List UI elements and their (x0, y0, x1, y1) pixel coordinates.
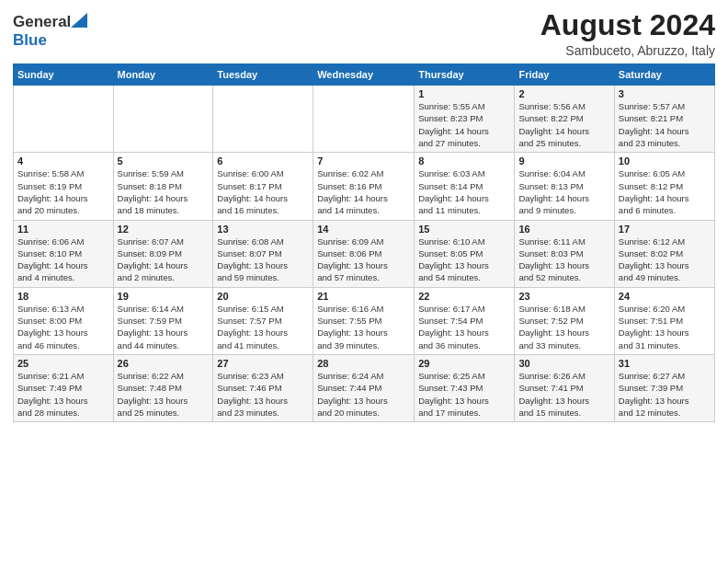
calendar-cell: 21Sunrise: 6:16 AM Sunset: 7:55 PM Dayli… (313, 287, 415, 354)
title-block: August 2024 Sambuceto, Abruzzo, Italy (540, 9, 715, 58)
day-info: Sunrise: 6:27 AM Sunset: 7:39 PM Dayligh… (619, 370, 711, 419)
days-of-week-row: SundayMondayTuesdayWednesdayThursdayFrid… (14, 64, 715, 86)
calendar-week-row: 1Sunrise: 5:55 AM Sunset: 8:23 PM Daylig… (14, 86, 715, 153)
day-info: Sunrise: 6:15 AM Sunset: 7:57 PM Dayligh… (217, 303, 309, 351)
logo-blue: Blue (13, 31, 87, 50)
day-number: 25 (17, 358, 109, 369)
day-number: 30 (518, 358, 609, 369)
calendar-cell: 7Sunrise: 6:02 AM Sunset: 8:16 PM Daylig… (313, 153, 415, 220)
calendar-cell: 31Sunrise: 6:27 AM Sunset: 7:39 PM Dayli… (614, 354, 714, 421)
calendar-cell: 5Sunrise: 5:59 AM Sunset: 8:18 PM Daylig… (113, 153, 213, 220)
svg-marker-0 (71, 13, 87, 28)
location: Sambuceto, Abruzzo, Italy (540, 43, 715, 58)
day-number: 5 (118, 155, 210, 167)
calendar-cell: 18Sunrise: 6:13 AM Sunset: 8:00 PM Dayli… (14, 287, 114, 354)
calendar-week-row: 4Sunrise: 5:58 AM Sunset: 8:19 PM Daylig… (14, 153, 715, 220)
calendar-cell: 15Sunrise: 6:10 AM Sunset: 8:05 PM Dayli… (415, 220, 515, 287)
calendar-cell: 13Sunrise: 6:08 AM Sunset: 8:07 PM Dayli… (213, 220, 313, 287)
calendar-cell: 28Sunrise: 6:24 AM Sunset: 7:44 PM Dayli… (313, 354, 415, 421)
day-info: Sunrise: 6:07 AM Sunset: 8:09 PM Dayligh… (118, 236, 210, 284)
day-number: 28 (317, 358, 410, 369)
calendar-header: SundayMondayTuesdayWednesdayThursdayFrid… (14, 64, 715, 86)
day-info: Sunrise: 6:02 AM Sunset: 8:16 PM Dayligh… (317, 167, 410, 216)
calendar-cell (113, 86, 213, 153)
day-number: 24 (619, 291, 711, 302)
day-info: Sunrise: 6:06 AM Sunset: 8:10 PM Dayligh… (17, 236, 109, 284)
calendar-cell: 19Sunrise: 6:14 AM Sunset: 7:59 PM Dayli… (113, 287, 213, 354)
day-number: 16 (518, 224, 609, 235)
calendar-cell: 3Sunrise: 5:57 AM Sunset: 8:21 PM Daylig… (614, 86, 714, 153)
day-number: 19 (118, 291, 210, 302)
day-info: Sunrise: 6:20 AM Sunset: 7:51 PM Dayligh… (619, 303, 711, 351)
day-info: Sunrise: 6:24 AM Sunset: 7:44 PM Dayligh… (317, 370, 410, 419)
day-info: Sunrise: 6:22 AM Sunset: 7:48 PM Dayligh… (118, 370, 210, 419)
calendar-cell: 17Sunrise: 6:12 AM Sunset: 8:02 PM Dayli… (614, 220, 714, 287)
day-info: Sunrise: 6:17 AM Sunset: 7:54 PM Dayligh… (418, 303, 510, 351)
day-number: 3 (619, 88, 711, 99)
day-number: 7 (317, 155, 410, 167)
logo-general: General (13, 13, 71, 30)
calendar-cell (313, 86, 415, 153)
logo: General Blue (13, 13, 87, 49)
day-number: 10 (619, 155, 711, 167)
day-number: 21 (317, 291, 410, 302)
day-number: 9 (518, 155, 609, 167)
day-header-wednesday: Wednesday (313, 64, 415, 86)
day-info: Sunrise: 6:09 AM Sunset: 8:06 PM Dayligh… (317, 236, 410, 284)
calendar-cell: 25Sunrise: 6:21 AM Sunset: 7:49 PM Dayli… (14, 354, 114, 421)
day-info: Sunrise: 6:26 AM Sunset: 7:41 PM Dayligh… (518, 370, 609, 419)
day-number: 22 (418, 291, 510, 302)
day-number: 14 (317, 224, 410, 235)
day-number: 13 (217, 224, 309, 235)
day-number: 2 (518, 88, 609, 99)
day-number: 15 (418, 224, 510, 235)
day-number: 6 (217, 155, 309, 167)
day-info: Sunrise: 6:03 AM Sunset: 8:14 PM Dayligh… (418, 167, 510, 216)
page: General Blue August 2024 Sambuceto, Abru… (0, 0, 728, 563)
calendar-cell: 1Sunrise: 5:55 AM Sunset: 8:23 PM Daylig… (415, 86, 515, 153)
day-header-tuesday: Tuesday (213, 64, 313, 86)
day-info: Sunrise: 6:05 AM Sunset: 8:12 PM Dayligh… (619, 167, 711, 216)
calendar-table: SundayMondayTuesdayWednesdayThursdayFrid… (13, 63, 715, 422)
calendar-week-row: 25Sunrise: 6:21 AM Sunset: 7:49 PM Dayli… (14, 354, 715, 421)
calendar-cell: 10Sunrise: 6:05 AM Sunset: 8:12 PM Dayli… (614, 153, 714, 220)
logo-icon (71, 13, 87, 28)
day-info: Sunrise: 6:12 AM Sunset: 8:02 PM Dayligh… (619, 236, 711, 284)
day-info: Sunrise: 6:23 AM Sunset: 7:46 PM Dayligh… (217, 370, 309, 419)
day-info: Sunrise: 6:04 AM Sunset: 8:13 PM Dayligh… (518, 167, 609, 216)
day-info: Sunrise: 6:10 AM Sunset: 8:05 PM Dayligh… (418, 236, 510, 284)
logo-text: General Blue (13, 13, 87, 49)
day-number: 29 (418, 358, 510, 369)
calendar-cell: 8Sunrise: 6:03 AM Sunset: 8:14 PM Daylig… (415, 153, 515, 220)
calendar-body: 1Sunrise: 5:55 AM Sunset: 8:23 PM Daylig… (14, 86, 715, 422)
calendar-cell: 22Sunrise: 6:17 AM Sunset: 7:54 PM Dayli… (415, 287, 515, 354)
day-number: 18 (17, 291, 109, 302)
day-header-friday: Friday (515, 64, 614, 86)
calendar-cell: 14Sunrise: 6:09 AM Sunset: 8:06 PM Dayli… (313, 220, 415, 287)
day-info: Sunrise: 6:08 AM Sunset: 8:07 PM Dayligh… (217, 236, 309, 284)
day-info: Sunrise: 5:57 AM Sunset: 8:21 PM Dayligh… (619, 100, 711, 149)
day-info: Sunrise: 5:56 AM Sunset: 8:22 PM Dayligh… (518, 100, 609, 149)
day-number: 31 (619, 358, 711, 369)
calendar-cell: 24Sunrise: 6:20 AM Sunset: 7:51 PM Dayli… (614, 287, 714, 354)
day-number: 20 (217, 291, 309, 302)
calendar-cell: 16Sunrise: 6:11 AM Sunset: 8:03 PM Dayli… (515, 220, 614, 287)
day-info: Sunrise: 6:11 AM Sunset: 8:03 PM Dayligh… (518, 236, 609, 284)
header: General Blue August 2024 Sambuceto, Abru… (13, 9, 715, 58)
calendar-cell: 20Sunrise: 6:15 AM Sunset: 7:57 PM Dayli… (213, 287, 313, 354)
calendar-cell: 12Sunrise: 6:07 AM Sunset: 8:09 PM Dayli… (113, 220, 213, 287)
day-header-saturday: Saturday (614, 64, 714, 86)
day-number: 23 (518, 291, 609, 302)
day-number: 4 (17, 155, 109, 167)
day-info: Sunrise: 6:14 AM Sunset: 7:59 PM Dayligh… (118, 303, 210, 351)
day-info: Sunrise: 5:58 AM Sunset: 8:19 PM Dayligh… (17, 167, 109, 216)
calendar-cell (213, 86, 313, 153)
calendar-cell: 23Sunrise: 6:18 AM Sunset: 7:52 PM Dayli… (515, 287, 614, 354)
day-info: Sunrise: 6:18 AM Sunset: 7:52 PM Dayligh… (518, 303, 609, 351)
calendar-cell: 26Sunrise: 6:22 AM Sunset: 7:48 PM Dayli… (113, 354, 213, 421)
day-number: 26 (118, 358, 210, 369)
day-header-sunday: Sunday (14, 64, 114, 86)
day-info: Sunrise: 6:00 AM Sunset: 8:17 PM Dayligh… (217, 167, 309, 216)
day-info: Sunrise: 5:59 AM Sunset: 8:18 PM Dayligh… (118, 167, 210, 216)
day-info: Sunrise: 6:13 AM Sunset: 8:00 PM Dayligh… (17, 303, 109, 351)
